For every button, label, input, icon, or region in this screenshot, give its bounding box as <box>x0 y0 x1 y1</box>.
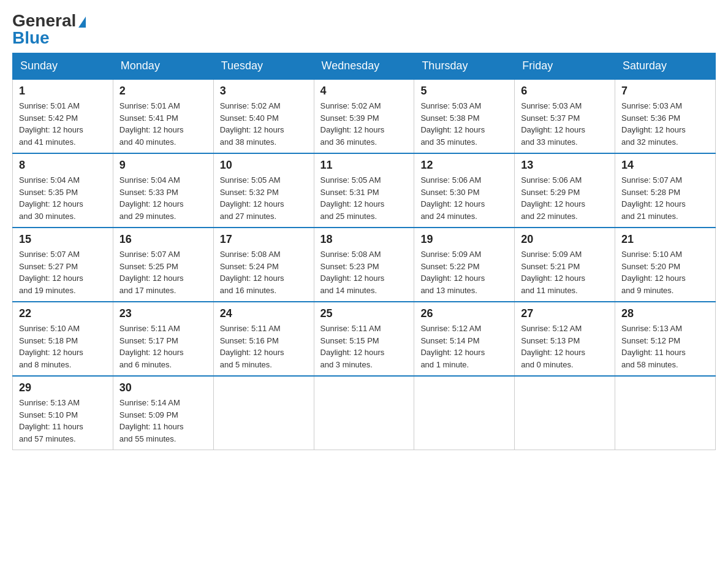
calendar-day-cell: 11Sunrise: 5:05 AMSunset: 5:31 PMDayligh… <box>314 153 414 228</box>
calendar-day-cell: 12Sunrise: 5:06 AMSunset: 5:30 PMDayligh… <box>414 153 515 228</box>
day-info: Sunrise: 5:03 AMSunset: 5:37 PMDaylight:… <box>521 100 609 148</box>
calendar-day-cell: 14Sunrise: 5:07 AMSunset: 5:28 PMDayligh… <box>615 153 716 228</box>
calendar-day-cell: 24Sunrise: 5:11 AMSunset: 5:16 PMDayligh… <box>213 302 314 376</box>
calendar-day-cell: 7Sunrise: 5:03 AMSunset: 5:36 PMDaylight… <box>615 79 716 153</box>
day-info: Sunrise: 5:10 AMSunset: 5:18 PMDaylight:… <box>19 323 107 370</box>
calendar-day-cell: 30Sunrise: 5:14 AMSunset: 5:09 PMDayligh… <box>113 376 213 450</box>
day-number: 29 <box>19 381 107 394</box>
day-info: Sunrise: 5:05 AMSunset: 5:31 PMDaylight:… <box>320 174 408 222</box>
weekday-header-saturday: Saturday <box>615 53 716 80</box>
day-number: 12 <box>420 159 508 172</box>
day-info: Sunrise: 5:07 AMSunset: 5:27 PMDaylight:… <box>19 248 107 296</box>
calendar-week-row: 29Sunrise: 5:13 AMSunset: 5:10 PMDayligh… <box>13 376 716 450</box>
day-info: Sunrise: 5:11 AMSunset: 5:15 PMDaylight:… <box>320 323 408 370</box>
day-number: 1 <box>19 85 107 98</box>
day-number: 18 <box>320 233 408 246</box>
calendar-day-cell: 26Sunrise: 5:12 AMSunset: 5:14 PMDayligh… <box>414 302 515 376</box>
calendar-day-cell: 10Sunrise: 5:05 AMSunset: 5:32 PMDayligh… <box>213 153 314 228</box>
day-number: 8 <box>19 159 107 172</box>
day-info: Sunrise: 5:06 AMSunset: 5:29 PMDaylight:… <box>521 174 609 222</box>
calendar-day-cell: 23Sunrise: 5:11 AMSunset: 5:17 PMDayligh… <box>113 302 213 376</box>
weekday-header-thursday: Thursday <box>414 53 515 80</box>
calendar-week-row: 8Sunrise: 5:04 AMSunset: 5:35 PMDaylight… <box>13 153 716 228</box>
calendar-empty-cell <box>213 376 314 450</box>
day-number: 28 <box>621 307 709 320</box>
weekday-header-friday: Friday <box>515 53 615 80</box>
day-number: 10 <box>220 159 308 172</box>
day-info: Sunrise: 5:13 AMSunset: 5:10 PMDaylight:… <box>19 397 107 445</box>
calendar-day-cell: 19Sunrise: 5:09 AMSunset: 5:22 PMDayligh… <box>414 228 515 302</box>
calendar-day-cell: 5Sunrise: 5:03 AMSunset: 5:38 PMDaylight… <box>414 79 515 153</box>
calendar-day-cell: 28Sunrise: 5:13 AMSunset: 5:12 PMDayligh… <box>615 302 716 376</box>
day-info: Sunrise: 5:12 AMSunset: 5:13 PMDaylight:… <box>521 323 609 370</box>
calendar-day-cell: 4Sunrise: 5:02 AMSunset: 5:39 PMDaylight… <box>314 79 414 153</box>
logo-triangle-icon <box>78 17 86 28</box>
calendar-day-cell: 25Sunrise: 5:11 AMSunset: 5:15 PMDayligh… <box>314 302 414 376</box>
day-number: 25 <box>320 307 408 320</box>
day-info: Sunrise: 5:11 AMSunset: 5:16 PMDaylight:… <box>220 323 308 370</box>
day-info: Sunrise: 5:02 AMSunset: 5:40 PMDaylight:… <box>220 100 308 148</box>
day-number: 23 <box>119 307 207 320</box>
day-number: 11 <box>320 159 408 172</box>
day-info: Sunrise: 5:08 AMSunset: 5:24 PMDaylight:… <box>220 248 308 296</box>
day-info: Sunrise: 5:10 AMSunset: 5:20 PMDaylight:… <box>621 248 709 296</box>
day-info: Sunrise: 5:08 AMSunset: 5:23 PMDaylight:… <box>320 248 408 296</box>
calendar-day-cell: 3Sunrise: 5:02 AMSunset: 5:40 PMDaylight… <box>213 79 314 153</box>
day-info: Sunrise: 5:07 AMSunset: 5:25 PMDaylight:… <box>119 248 207 296</box>
day-number: 15 <box>19 233 107 246</box>
day-number: 22 <box>19 307 107 320</box>
calendar-empty-cell <box>515 376 615 450</box>
day-number: 6 <box>521 85 609 98</box>
day-info: Sunrise: 5:09 AMSunset: 5:22 PMDaylight:… <box>420 248 508 296</box>
calendar-week-row: 22Sunrise: 5:10 AMSunset: 5:18 PMDayligh… <box>13 302 716 376</box>
day-info: Sunrise: 5:03 AMSunset: 5:38 PMDaylight:… <box>420 100 508 148</box>
calendar-day-cell: 29Sunrise: 5:13 AMSunset: 5:10 PMDayligh… <box>13 376 113 450</box>
weekday-header-wednesday: Wednesday <box>314 53 414 80</box>
logo-general-text: General <box>12 12 86 29</box>
day-number: 4 <box>320 85 408 98</box>
day-info: Sunrise: 5:14 AMSunset: 5:09 PMDaylight:… <box>119 397 207 445</box>
page-header: General Blue <box>12 12 716 47</box>
calendar-day-cell: 6Sunrise: 5:03 AMSunset: 5:37 PMDaylight… <box>515 79 615 153</box>
day-info: Sunrise: 5:07 AMSunset: 5:28 PMDaylight:… <box>621 174 709 222</box>
calendar-day-cell: 8Sunrise: 5:04 AMSunset: 5:35 PMDaylight… <box>13 153 113 228</box>
calendar-week-row: 1Sunrise: 5:01 AMSunset: 5:42 PMDaylight… <box>13 79 716 153</box>
logo-blue-text: Blue <box>12 29 50 47</box>
calendar-empty-cell <box>414 376 515 450</box>
calendar-day-cell: 13Sunrise: 5:06 AMSunset: 5:29 PMDayligh… <box>515 153 615 228</box>
day-info: Sunrise: 5:04 AMSunset: 5:33 PMDaylight:… <box>119 174 207 222</box>
calendar-day-cell: 21Sunrise: 5:10 AMSunset: 5:20 PMDayligh… <box>615 228 716 302</box>
day-number: 24 <box>220 307 308 320</box>
day-info: Sunrise: 5:01 AMSunset: 5:42 PMDaylight:… <box>19 100 107 148</box>
calendar-empty-cell <box>615 376 716 450</box>
day-info: Sunrise: 5:05 AMSunset: 5:32 PMDaylight:… <box>220 174 308 222</box>
day-info: Sunrise: 5:03 AMSunset: 5:36 PMDaylight:… <box>621 100 709 148</box>
day-number: 16 <box>119 233 207 246</box>
calendar-day-cell: 18Sunrise: 5:08 AMSunset: 5:23 PMDayligh… <box>314 228 414 302</box>
day-info: Sunrise: 5:11 AMSunset: 5:17 PMDaylight:… <box>119 323 207 370</box>
day-number: 13 <box>521 159 609 172</box>
calendar-day-cell: 27Sunrise: 5:12 AMSunset: 5:13 PMDayligh… <box>515 302 615 376</box>
calendar-day-cell: 15Sunrise: 5:07 AMSunset: 5:27 PMDayligh… <box>13 228 113 302</box>
day-number: 19 <box>420 233 508 246</box>
day-number: 7 <box>621 85 709 98</box>
calendar-day-cell: 17Sunrise: 5:08 AMSunset: 5:24 PMDayligh… <box>213 228 314 302</box>
day-info: Sunrise: 5:04 AMSunset: 5:35 PMDaylight:… <box>19 174 107 222</box>
weekday-header-sunday: Sunday <box>13 53 113 80</box>
day-number: 9 <box>119 159 207 172</box>
day-number: 26 <box>420 307 508 320</box>
day-number: 5 <box>420 85 508 98</box>
day-info: Sunrise: 5:12 AMSunset: 5:14 PMDaylight:… <box>420 323 508 370</box>
day-number: 2 <box>119 85 207 98</box>
calendar-empty-cell <box>314 376 414 450</box>
calendar-day-cell: 9Sunrise: 5:04 AMSunset: 5:33 PMDaylight… <box>113 153 213 228</box>
day-number: 21 <box>621 233 709 246</box>
calendar-header-row: SundayMondayTuesdayWednesdayThursdayFrid… <box>13 53 716 80</box>
weekday-header-monday: Monday <box>113 53 213 80</box>
calendar-day-cell: 16Sunrise: 5:07 AMSunset: 5:25 PMDayligh… <box>113 228 213 302</box>
weekday-header-tuesday: Tuesday <box>213 53 314 80</box>
logo: General Blue <box>12 12 86 47</box>
day-number: 27 <box>521 307 609 320</box>
calendar-day-cell: 1Sunrise: 5:01 AMSunset: 5:42 PMDaylight… <box>13 79 113 153</box>
day-info: Sunrise: 5:01 AMSunset: 5:41 PMDaylight:… <box>119 100 207 148</box>
